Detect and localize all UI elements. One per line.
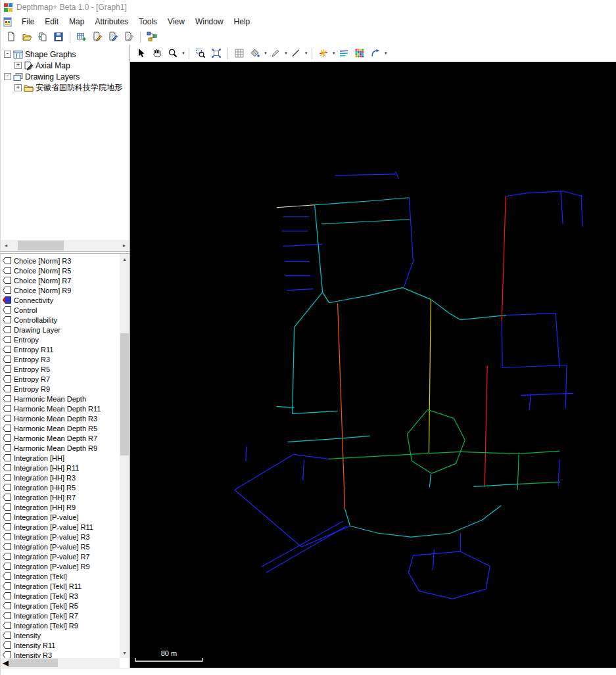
fill-icon[interactable] (248, 46, 262, 60)
step-depth-icon[interactable] (368, 46, 383, 60)
attribute-item-integration-p-value-r3[interactable]: Integration [P-value] R3 (1, 532, 120, 542)
attribute-item-integration-p-value[interactable]: Integration [P-value] (1, 512, 120, 522)
select-pointer-icon[interactable] (134, 46, 149, 60)
attribute-item-harmonic-mean-depth[interactable]: Harmonic Mean Depth (1, 394, 120, 404)
attribute-item-entropy-r7[interactable]: Entropy R7 (1, 374, 120, 384)
attribute-item-entropy-r3[interactable]: Entropy R3 (1, 354, 120, 364)
attribute-item-harmonic-mean-depth-r11[interactable]: Harmonic Mean Depth R11 (1, 404, 120, 413)
step-depth-dropdown-icon[interactable]: ▼ (384, 51, 388, 55)
menu-map[interactable]: Map (64, 16, 89, 28)
axial-lines[interactable] (235, 172, 582, 599)
visibility-grid-icon[interactable] (352, 46, 367, 60)
attribute-vertical-scrollbar[interactable]: ▲ ▼ (120, 254, 130, 658)
attribute-tag-icon (3, 523, 11, 530)
menu-attributes[interactable]: Attributes (89, 16, 133, 28)
attribute-vscroll-thumb[interactable] (120, 333, 129, 456)
tree-item-anhui-terrain-layer[interactable]: +安徽省国防科技学院地形 (1, 82, 130, 93)
tree-item-axial-map[interactable]: +Axial Map (1, 60, 130, 71)
tree-scroll-track[interactable] (11, 240, 119, 251)
attribute-item-integration-hh-r11[interactable]: Integration [HH] R11 (1, 463, 120, 473)
zoom-dropdown-icon[interactable]: ▼ (181, 51, 185, 55)
fewest-lines-icon[interactable] (337, 46, 351, 60)
attribute-item-harmonic-mean-depth-r7[interactable]: Harmonic Mean Depth R7 (1, 433, 120, 443)
attribute-item-label: Integration [Tekl] R5 (14, 602, 78, 610)
attribute-item-entropy[interactable]: Entropy (1, 335, 120, 344)
collapse-icon[interactable]: - (4, 73, 11, 80)
zoom-window-icon[interactable] (193, 46, 208, 60)
scroll-up-icon[interactable]: ▲ (120, 254, 130, 264)
attribute-item-controllability[interactable]: Controllability (1, 315, 120, 325)
scroll-down-icon[interactable]: ▼ (120, 647, 130, 658)
menu-tools[interactable]: Tools (133, 16, 162, 28)
zoom-extents-icon[interactable] (209, 46, 224, 60)
attribute-item-integration-tekl-r9[interactable]: Integration [Tekl] R9 (1, 620, 120, 630)
attribute-item-entropy-r5[interactable]: Entropy R5 (1, 364, 120, 374)
menu-view[interactable]: View (162, 16, 190, 28)
attribute-item-entropy-r9[interactable]: Entropy R9 (1, 384, 120, 394)
scroll-left-icon[interactable]: ◄ (1, 240, 11, 251)
attribute-item-integration-tekl-r7[interactable]: Integration [Tekl] R7 (1, 611, 120, 620)
attribute-item-choice-norm-r9[interactable]: Choice [Norm] R9 (1, 285, 120, 295)
tree-item-drawing-layers[interactable]: -Drawing Layers (1, 71, 130, 82)
expand-icon[interactable]: + (14, 62, 22, 69)
grid-icon[interactable] (232, 46, 247, 60)
attribute-item-integration-p-value-r5[interactable]: Integration [P-value] R5 (1, 542, 120, 551)
zoom-icon[interactable] (166, 46, 180, 60)
attribute-hscroll-thumb[interactable] (9, 659, 58, 667)
attribute-item-choice-norm-r3[interactable]: Choice [Norm] R3 (1, 256, 120, 266)
attribute-item-integration-tekl[interactable]: Integration [Tekl] (1, 571, 120, 581)
attribute-item-control[interactable]: Control (1, 305, 120, 315)
attribute-item-integration-tekl-r3[interactable]: Integration [Tekl] R3 (1, 591, 120, 601)
attribute-item-label: Integration [HH] R7 (14, 494, 76, 501)
tree-item-shape-graphs[interactable]: -Shape Graphs (1, 49, 130, 60)
page-pencil-3-icon[interactable] (122, 30, 136, 44)
attribute-item-integration-hh-r5[interactable]: Integration [HH] R5 (1, 482, 120, 492)
axial-line (429, 300, 431, 454)
expand-icon[interactable]: + (14, 84, 22, 91)
flowchart-icon[interactable] (145, 30, 159, 44)
tree-horizontal-scrollbar[interactable]: ◄ ► (1, 240, 130, 251)
menu-file[interactable]: File (16, 16, 39, 28)
menu-edit[interactable]: Edit (39, 16, 64, 28)
pencil-icon[interactable] (268, 46, 283, 60)
menu-window[interactable]: Window (190, 16, 229, 28)
attribute-item-entropy-r11[interactable]: Entropy R11 (1, 344, 120, 354)
line-dropdown-icon[interactable]: ▼ (304, 51, 308, 55)
attribute-item-integration-tekl-r5[interactable]: Integration [Tekl] R5 (1, 601, 120, 611)
attribute-item-drawing-layer[interactable]: Drawing Layer (1, 325, 120, 335)
attribute-item-integration-p-value-r9[interactable]: Integration [P-value] R9 (1, 561, 120, 571)
axial-map-view[interactable]: 80 m (130, 62, 616, 668)
table-plus-icon[interactable] (74, 30, 89, 44)
new-document-icon[interactable] (4, 30, 18, 44)
attribute-item-integration-p-value-r11[interactable]: Integration [P-value] R11 (1, 522, 120, 532)
attribute-item-choice-norm-r7[interactable]: Choice [Norm] R7 (1, 275, 120, 285)
tree-scroll-thumb[interactable] (18, 241, 64, 250)
save-icon[interactable] (51, 30, 66, 44)
attribute-item-integration-hh-r3[interactable]: Integration [HH] R3 (1, 473, 120, 482)
attribute-item-integration-p-value-r7[interactable]: Integration [P-value] R7 (1, 551, 120, 561)
attribute-item-integration-tekl-r11[interactable]: Integration [Tekl] R11 (1, 581, 120, 591)
open-folder-icon[interactable] (20, 30, 34, 44)
attribute-item-harmonic-mean-depth-r5[interactable]: Harmonic Mean Depth R5 (1, 423, 120, 433)
map-canvas[interactable]: 80 m (130, 62, 616, 668)
attribute-item-integration-hh-r7[interactable]: Integration [HH] R7 (1, 492, 120, 502)
attribute-item-connectivity[interactable]: Connectivity (1, 295, 120, 305)
page-pencil-icon[interactable] (90, 30, 105, 44)
attribute-item-harmonic-mean-depth-r3[interactable]: Harmonic Mean Depth R3 (1, 413, 120, 423)
menu-help[interactable]: Help (229, 16, 256, 28)
scroll-right-icon[interactable]: ► (119, 240, 130, 251)
collapse-icon[interactable]: - (4, 51, 11, 58)
attribute-item-harmonic-mean-depth-r9[interactable]: Harmonic Mean Depth R9 (1, 443, 120, 453)
line-icon[interactable] (289, 46, 303, 60)
attribute-item-intensity-r11[interactable]: Intensity R11 (1, 640, 120, 650)
attribute-item-integration-hh-r9[interactable]: Integration [HH] R9 (1, 502, 120, 512)
import-pages-icon[interactable] (36, 30, 50, 44)
axial-map-tool-icon[interactable] (316, 46, 331, 60)
attribute-item-intensity[interactable]: Intensity (1, 630, 120, 640)
attribute-item-choice-norm-r5[interactable]: Choice [Norm] R5 (1, 266, 120, 275)
attribute-horizontal-scrollbar[interactable]: ◄ ► (1, 658, 120, 668)
attribute-vscroll-track[interactable] (120, 264, 130, 647)
attribute-item-integration-hh[interactable]: Integration [HH] (1, 453, 120, 463)
page-pencil-2-icon[interactable] (106, 30, 120, 44)
pan-hand-icon[interactable] (150, 46, 164, 60)
